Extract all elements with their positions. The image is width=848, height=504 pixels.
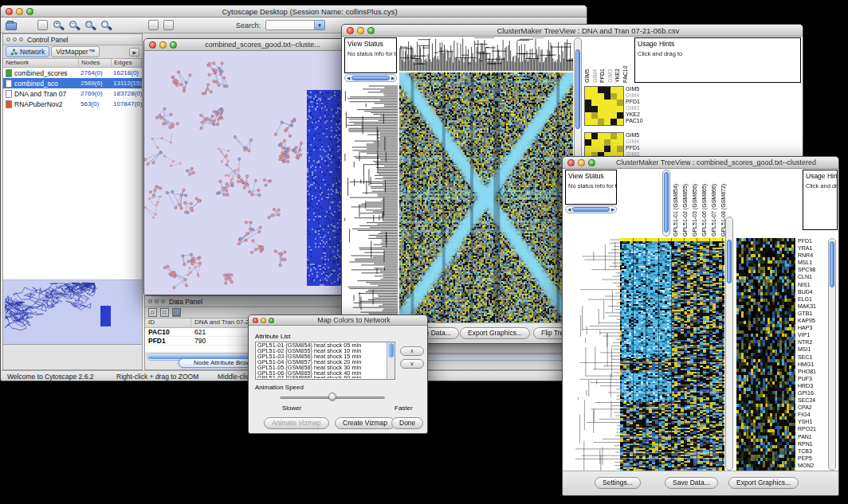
- array-dendrogram[interactable]: [399, 37, 573, 71]
- map-colors-dialog[interactable]: Map Colors to Network Attribute List GPL…: [248, 315, 428, 434]
- gene-label[interactable]: PUF3: [798, 375, 827, 382]
- heatmap-global-view[interactable]: [399, 72, 573, 322]
- network-view-titlebar[interactable]: combined_scores_good.txt--cluste...: [144, 39, 349, 51]
- open-session-icon[interactable]: [6, 22, 17, 30]
- gene-label[interactable]: PAN1: [798, 433, 827, 440]
- select-attributes-icon[interactable]: [148, 308, 157, 317]
- gene-label[interactable]: NTR2: [798, 338, 827, 346]
- gene-label[interactable]: GPI16: [798, 389, 827, 397]
- done-button[interactable]: Done: [391, 417, 423, 429]
- zoom-window-icon[interactable]: [588, 159, 595, 166]
- close-icon[interactable]: [347, 27, 354, 34]
- panel-float-icon[interactable]: [6, 37, 10, 41]
- minimize-icon[interactable]: [16, 8, 23, 15]
- vertical-scrollbar[interactable]: [387, 342, 395, 379]
- vertical-scrollbar[interactable]: [828, 238, 836, 471]
- label-scrollbar[interactable]: [662, 170, 670, 236]
- network-overview-canvas[interactable]: [3, 280, 142, 344]
- scroll-left-icon[interactable]: ◀: [345, 76, 351, 80]
- column-id[interactable]: ID: [145, 318, 191, 327]
- settings-button[interactable]: Settings...: [595, 477, 641, 489]
- network-list-item[interactable]: RNAPuberNov2563(0)107847(0): [3, 99, 142, 109]
- minimize-icon[interactable]: [578, 159, 585, 166]
- panel-dock-icon[interactable]: [13, 37, 17, 41]
- move-down-button[interactable]: ∨: [400, 359, 424, 369]
- dialog-titlebar[interactable]: Map Colors to Network: [249, 315, 427, 326]
- network-overview-panel[interactable]: [3, 280, 142, 345]
- gene-label[interactable]: HMG1: [798, 361, 827, 368]
- minimize-icon[interactable]: [357, 27, 364, 34]
- gene-label[interactable]: TCB3: [798, 447, 827, 455]
- chevron-down-icon[interactable]: ▾: [315, 20, 325, 30]
- gene-label[interactable]: MON2: [798, 462, 827, 469]
- scrollbar-thumb[interactable]: [572, 207, 610, 212]
- gene-label[interactable]: HAP3: [798, 324, 827, 331]
- minimize-icon[interactable]: [159, 41, 167, 49]
- gene-label[interactable]: MSI1: [798, 346, 827, 353]
- gene-label[interactable]: YRA1: [798, 244, 827, 252]
- scrollbar-thumb[interactable]: [727, 240, 732, 283]
- gene-label[interactable]: RNR4: [798, 252, 827, 259]
- scrollbar-thumb[interactable]: [575, 49, 580, 129]
- zoom-window-icon[interactable]: [26, 8, 33, 15]
- gene-label[interactable]: SEC24: [798, 397, 827, 404]
- zoom-in-icon[interactable]: +: [53, 20, 64, 31]
- treeview-combined-window[interactable]: ClusterMaker TreeView : combined_scores_…: [562, 156, 839, 496]
- gene-label[interactable]: RPN1: [798, 440, 827, 447]
- panel-float-icon[interactable]: [148, 299, 152, 303]
- tab-overflow-button[interactable]: ▶: [129, 48, 139, 57]
- zoom-window-icon[interactable]: [269, 318, 274, 323]
- gene-label[interactable]: SEC1: [798, 354, 827, 361]
- export-graphics-button[interactable]: Export Graphics...: [460, 327, 530, 339]
- gene-label[interactable]: ELG1: [798, 295, 827, 303]
- zoom-window-icon[interactable]: [170, 41, 177, 49]
- horizontal-scrollbar[interactable]: ◀▶: [344, 74, 397, 82]
- scrollbar-thumb[interactable]: [830, 241, 834, 287]
- gene-label[interactable]: VIP1: [798, 331, 827, 338]
- network-overview-icon[interactable]: [148, 20, 159, 30]
- gene-label[interactable]: KAP95: [798, 317, 827, 324]
- gene-label[interactable]: HRD3: [798, 382, 827, 389]
- scrollbar-thumb[interactable]: [664, 172, 669, 232]
- gene-label[interactable]: PFD1: [798, 237, 827, 244]
- column-nodes[interactable]: Nodes: [79, 59, 112, 67]
- gene-label[interactable]: SPC98: [798, 266, 827, 273]
- slider-thumb[interactable]: [328, 393, 336, 400]
- main-titlebar[interactable]: Cytoscape Desktop (Session Name: collins…: [1, 6, 587, 18]
- attribute-list[interactable]: GPL51-01 (GSM854) heat shock 05 minGPL51…: [255, 342, 395, 380]
- close-icon[interactable]: [567, 159, 575, 166]
- export-graphics-button[interactable]: Export Graphics...: [728, 477, 799, 489]
- gene-dendrogram[interactable]: [565, 217, 620, 471]
- network-view-window[interactable]: combined_scores_good.txt--cluste...: [143, 38, 350, 295]
- search-combobox[interactable]: ▾: [265, 20, 325, 30]
- gene-label[interactable]: RPO21: [798, 425, 827, 432]
- tab-network[interactable]: Network: [6, 46, 49, 57]
- scrollbar-thumb[interactable]: [388, 343, 394, 357]
- close-icon[interactable]: [6, 8, 13, 15]
- zoom-window-icon[interactable]: [367, 27, 375, 34]
- vertical-scrollbar[interactable]: [725, 217, 733, 471]
- search-input[interactable]: [265, 20, 315, 30]
- network-canvas[interactable]: [144, 51, 349, 295]
- scroll-right-icon[interactable]: ▶: [390, 76, 396, 80]
- create-vizmap-button[interactable]: Create Vizmap: [335, 417, 395, 429]
- gene-label[interactable]: PEP5: [798, 455, 827, 462]
- close-icon[interactable]: [149, 41, 156, 49]
- gene-label[interactable]: MAK31: [798, 303, 827, 310]
- network-list-item[interactable]: combined_sco2569(6)13112(15): [3, 78, 142, 88]
- gene-label[interactable]: YSH1: [798, 418, 827, 425]
- scroll-left-icon[interactable]: ◀: [566, 207, 572, 212]
- column-edges[interactable]: Edges: [112, 59, 142, 67]
- heatmap-zoom-view[interactable]: [584, 86, 624, 126]
- zoom-out-icon[interactable]: −: [69, 20, 80, 31]
- delete-attribute-icon[interactable]: [172, 308, 181, 317]
- tab-vizmapper[interactable]: VizMapper™: [51, 46, 100, 57]
- gene-label[interactable]: BUD4: [798, 288, 827, 295]
- network-list-item[interactable]: combined_scores2764(0)16218(0): [3, 68, 142, 78]
- column-network[interactable]: Network: [3, 59, 79, 67]
- minimize-icon[interactable]: [261, 318, 266, 323]
- heatmap-global-view[interactable]: [620, 238, 724, 471]
- horizontal-scrollbar[interactable]: ◀▶: [565, 205, 617, 213]
- zoom-selected-icon[interactable]: □: [84, 20, 96, 31]
- gene-label[interactable]: CPA2: [798, 404, 827, 411]
